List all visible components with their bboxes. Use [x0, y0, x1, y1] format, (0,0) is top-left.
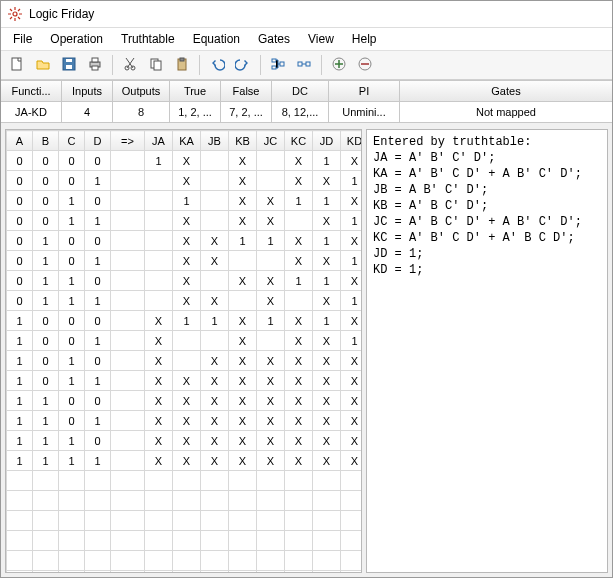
input-cell[interactable]: 0 — [7, 271, 33, 291]
col-header-output[interactable]: JC — [257, 131, 285, 151]
output-cell[interactable]: X — [145, 431, 173, 451]
output-cell[interactable]: X — [341, 191, 362, 211]
input-cell[interactable]: 0 — [7, 251, 33, 271]
summary-header[interactable]: DC — [272, 81, 328, 102]
menu-gates[interactable]: Gates — [250, 30, 298, 48]
input-cell[interactable]: 1 — [7, 351, 33, 371]
input-cell[interactable]: 1 — [59, 191, 85, 211]
output-cell[interactable]: X — [201, 391, 229, 411]
copy-button[interactable] — [144, 53, 168, 77]
input-cell[interactable]: 0 — [7, 191, 33, 211]
col-header-input[interactable]: D — [85, 131, 111, 151]
output-cell[interactable]: X — [201, 351, 229, 371]
input-cell[interactable]: 1 — [7, 431, 33, 451]
output-cell[interactable] — [145, 231, 173, 251]
input-cell[interactable]: 0 — [7, 291, 33, 311]
output-cell[interactable] — [145, 171, 173, 191]
output-cell[interactable]: X — [313, 391, 341, 411]
output-cell[interactable]: 1 — [257, 311, 285, 331]
input-cell[interactable]: 1 — [33, 251, 59, 271]
output-cell[interactable]: X — [173, 431, 201, 451]
input-cell[interactable]: 1 — [33, 271, 59, 291]
output-cell[interactable]: X — [257, 191, 285, 211]
output-cell[interactable]: X — [257, 271, 285, 291]
output-cell[interactable] — [257, 251, 285, 271]
summary-header[interactable]: PI — [329, 81, 399, 102]
output-cell[interactable]: X — [313, 351, 341, 371]
input-cell[interactable]: 1 — [7, 331, 33, 351]
output-cell[interactable]: X — [229, 311, 257, 331]
menu-view[interactable]: View — [300, 30, 342, 48]
output-cell[interactable]: X — [257, 451, 285, 471]
output-cell[interactable]: X — [229, 191, 257, 211]
print-button[interactable] — [83, 53, 107, 77]
table-row[interactable]: 1010XXXXXXX — [7, 351, 362, 371]
output-cell[interactable]: X — [341, 451, 362, 471]
output-cell[interactable] — [229, 291, 257, 311]
table-row[interactable]: 1101XXXXXXXX — [7, 411, 362, 431]
output-cell[interactable]: X — [313, 251, 341, 271]
output-cell[interactable]: X — [201, 231, 229, 251]
col-header-input[interactable]: A — [7, 131, 33, 151]
input-cell[interactable]: 1 — [85, 451, 111, 471]
output-cell[interactable]: X — [229, 351, 257, 371]
output-cell[interactable]: X — [285, 331, 313, 351]
input-cell[interactable]: 1 — [85, 251, 111, 271]
output-cell[interactable]: X — [229, 151, 257, 171]
output-cell[interactable] — [257, 331, 285, 351]
input-cell[interactable]: 0 — [85, 231, 111, 251]
output-cell[interactable]: X — [145, 411, 173, 431]
output-cell[interactable]: X — [229, 171, 257, 191]
truthtable-scroll[interactable]: ABCD=>JAKAJBKBJCKCJDKD00001XXX1X0001XXXX… — [6, 130, 361, 572]
output-cell[interactable]: X — [229, 271, 257, 291]
input-cell[interactable]: 0 — [33, 311, 59, 331]
input-cell[interactable]: 1 — [59, 371, 85, 391]
table-row[interactable]: 00001XXX1X — [7, 151, 362, 171]
input-cell[interactable]: 1 — [7, 311, 33, 331]
output-cell[interactable]: 1 — [341, 291, 362, 311]
output-cell[interactable]: 1 — [313, 191, 341, 211]
table-row[interactable]: 0110XXX11X — [7, 271, 362, 291]
input-cell[interactable]: 0 — [59, 151, 85, 171]
input-cell[interactable]: 0 — [7, 211, 33, 231]
output-cell[interactable]: 1 — [313, 271, 341, 291]
input-cell[interactable]: 1 — [85, 411, 111, 431]
output-cell[interactable] — [201, 211, 229, 231]
output-cell[interactable]: X — [229, 431, 257, 451]
summary-header[interactable]: Outputs — [113, 81, 169, 102]
input-cell[interactable]: 1 — [33, 391, 59, 411]
output-cell[interactable]: X — [341, 311, 362, 331]
output-cell[interactable]: X — [341, 351, 362, 371]
output-cell[interactable]: X — [173, 411, 201, 431]
output-cell[interactable] — [229, 251, 257, 271]
cut-button[interactable] — [118, 53, 142, 77]
input-cell[interactable]: 1 — [59, 211, 85, 231]
input-cell[interactable]: 1 — [59, 271, 85, 291]
input-cell[interactable]: 0 — [85, 151, 111, 171]
output-cell[interactable]: X — [145, 351, 173, 371]
output-cell[interactable]: X — [313, 331, 341, 351]
new-button[interactable] — [5, 53, 29, 77]
table-row[interactable]: 1001XXXX1 — [7, 331, 362, 351]
output-cell[interactable]: X — [313, 451, 341, 471]
output-cell[interactable] — [145, 271, 173, 291]
input-cell[interactable]: 0 — [33, 211, 59, 231]
output-cell[interactable]: 1 — [201, 311, 229, 331]
output-cell[interactable]: X — [257, 211, 285, 231]
table-row[interactable]: 0001XXXX1 — [7, 171, 362, 191]
output-cell[interactable]: X — [173, 251, 201, 271]
input-cell[interactable]: 0 — [33, 331, 59, 351]
output-cell[interactable]: X — [173, 391, 201, 411]
output-cell[interactable]: 1 — [341, 331, 362, 351]
menu-equation[interactable]: Equation — [185, 30, 248, 48]
menu-help[interactable]: Help — [344, 30, 385, 48]
output-cell[interactable]: X — [257, 431, 285, 451]
input-cell[interactable]: 1 — [59, 431, 85, 451]
output-cell[interactable] — [145, 251, 173, 271]
output-cell[interactable]: 1 — [341, 251, 362, 271]
output-cell[interactable]: X — [173, 171, 201, 191]
output-cell[interactable]: X — [285, 351, 313, 371]
menu-operation[interactable]: Operation — [42, 30, 111, 48]
output-cell[interactable]: X — [173, 451, 201, 471]
col-header-output[interactable]: JA — [145, 131, 173, 151]
